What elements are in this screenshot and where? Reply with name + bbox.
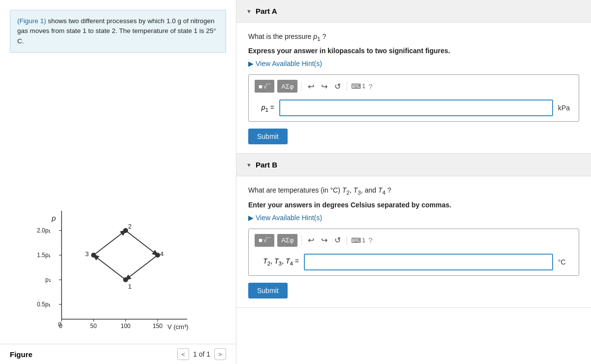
part-a-question: What is the pressure p1 ? [248, 32, 579, 43]
kbd-label-b: 1 [362, 237, 365, 244]
part-b-hint-label: View Available Hint(s) [256, 214, 322, 222]
part-a-header[interactable]: ▼ Part A [236, 0, 591, 23]
part-a-help-button[interactable]: ? [368, 82, 372, 91]
svg-text:4: 4 [160, 250, 164, 258]
part-b-symbols-button[interactable]: AΣφ [277, 234, 297, 247]
figure-link[interactable]: (Figure 1) [17, 17, 46, 25]
problem-text: shows two different processes by which 1… [17, 17, 216, 45]
part-b-toolbar: ■ √¯ AΣφ ↩ ↪ ↺ [255, 234, 573, 250]
svg-text:V (cm³): V (cm³) [167, 323, 189, 331]
sqrt-label: √¯ [263, 83, 270, 90]
svg-point-27 [91, 253, 96, 258]
part-a-content: What is the pressure p1 ? Express your a… [236, 23, 591, 153]
part-b-input-label: T2, T3, T4 = [255, 257, 299, 266]
svg-text:3: 3 [85, 250, 89, 258]
part-b-section: ▼ Part B What are temperatures (in °C) T… [236, 154, 591, 307]
part-a-refresh-button[interactable]: ↺ [332, 81, 343, 92]
svg-text:100: 100 [121, 323, 131, 330]
part-a-keyboard-button[interactable]: ⌨ 1 [351, 82, 365, 90]
part-b-hint-arrow-icon: ▶ [248, 214, 254, 222]
refresh-icon: ↺ [334, 82, 341, 91]
part-a-symbols-button[interactable]: AΣφ [277, 80, 297, 93]
sqrt-label-b: √¯ [263, 236, 270, 244]
svg-text:2: 2 [128, 223, 131, 230]
svg-text:0: 0 [59, 323, 63, 330]
svg-text:150: 150 [153, 323, 163, 330]
prev-figure-button[interactable]: < [177, 348, 189, 360]
part-a-input[interactable] [279, 99, 553, 116]
part-a-hint-link[interactable]: ▶ View Available Hint(s) [248, 60, 579, 67]
figure-label: Figure [10, 350, 33, 359]
part-b-sqrt-button[interactable]: ■ √¯ [255, 234, 274, 247]
part-a-unit: kPa [558, 104, 573, 112]
figure-nav: < 1 of 1 > [177, 348, 226, 360]
part-b-help-button[interactable]: ? [368, 236, 372, 244]
part-b-input[interactable] [304, 254, 553, 270]
part-b-answer-box: ■ √¯ AΣφ ↩ ↪ ↺ [248, 229, 579, 276]
part-a-toolbar: ■ √¯ AΣφ ↩ ↪ ↺ [255, 80, 573, 96]
svg-text:p: p [51, 214, 56, 222]
svg-point-28 [155, 253, 160, 258]
part-a-sqrt-button[interactable]: ■ √¯ [255, 80, 274, 93]
next-figure-button[interactable]: > [214, 348, 226, 360]
redo-icon: ↪ [321, 82, 328, 91]
part-a-section: ▼ Part A What is the pressure p1 ? Expre… [236, 0, 591, 154]
part-b-input-row: T2, T3, T4 = °C [255, 254, 573, 270]
part-b-question: What are temperatures (in °C) T2, T3, an… [248, 185, 579, 197]
keyboard-icon-b: ⌨ [351, 236, 361, 244]
part-a-instruction: Express your answer in kilopascals to tw… [248, 47, 579, 55]
toolbar-sep-2 [347, 81, 347, 91]
part-a-title: Part A [256, 7, 277, 15]
sqrt-icon-b: ■ [259, 236, 263, 244]
svg-line-24 [126, 231, 158, 255]
refresh-icon-b: ↺ [334, 235, 341, 245]
right-panel: ▼ Part A What is the pressure p1 ? Expre… [236, 0, 591, 364]
svg-point-29 [123, 277, 128, 282]
svg-line-22 [94, 255, 126, 280]
toolbar-sep-1 [301, 81, 302, 91]
problem-text-box: (Figure 1) shows two different processes… [10, 10, 226, 53]
part-a-undo-button[interactable]: ↩ [306, 81, 316, 92]
symbols-label: AΣφ [281, 83, 294, 90]
toolbar-sep-3 [301, 235, 302, 245]
figure-chart: p V (cm³) 2.0p₁ 1.5p₁ p₁ 0.5p₁ 0 [34, 206, 202, 339]
part-a-input-label: p1 = [255, 103, 274, 113]
part-b-unit: °C [558, 258, 573, 266]
svg-text:2.0p₁: 2.0p₁ [37, 227, 51, 234]
svg-line-23 [94, 231, 126, 255]
part-a-submit-button[interactable]: Submit [248, 129, 288, 144]
part-b-refresh-button[interactable]: ↺ [332, 234, 343, 246]
part-b-content: What are temperatures (in °C) T2, T3, an… [236, 176, 591, 307]
part-b-submit-button[interactable]: Submit [248, 283, 288, 298]
part-a-input-row: p1 = kPa [255, 99, 573, 116]
svg-text:1: 1 [128, 283, 131, 290]
svg-text:1.5p₁: 1.5p₁ [37, 252, 51, 259]
keyboard-icon: ⌨ [351, 82, 361, 90]
part-a-hint-label: View Available Hint(s) [256, 60, 322, 67]
part-b-redo-button[interactable]: ↪ [319, 234, 329, 246]
svg-line-25 [126, 255, 158, 280]
part-b-hint-link[interactable]: ▶ View Available Hint(s) [248, 214, 579, 222]
part-a-answer-box: ■ √¯ AΣφ ↩ ↪ ↺ [248, 74, 579, 122]
part-b-collapse-icon: ▼ [246, 162, 252, 168]
symbols-label-b: AΣφ [281, 236, 294, 244]
sqrt-icon: ■ [259, 83, 263, 90]
page-indicator: 1 of 1 [193, 350, 210, 358]
svg-text:p₁: p₁ [45, 276, 51, 283]
svg-point-26 [123, 228, 128, 233]
part-b-undo-button[interactable]: ↩ [306, 234, 316, 246]
undo-icon: ↩ [308, 82, 314, 91]
part-a-collapse-icon: ▼ [246, 8, 252, 14]
left-panel: (Figure 1) shows two different processes… [0, 0, 236, 364]
part-b-header[interactable]: ▼ Part B [236, 154, 591, 176]
kbd-label: 1 [362, 83, 365, 90]
part-b-keyboard-button[interactable]: ⌨ 1 [351, 236, 365, 244]
figure-area: p V (cm³) 2.0p₁ 1.5p₁ p₁ 0.5p₁ 0 [0, 63, 236, 344]
svg-text:0.5p₁: 0.5p₁ [37, 301, 51, 308]
part-a-redo-button[interactable]: ↪ [319, 81, 329, 92]
part-b-instruction: Enter your answers in degrees Celsius se… [248, 201, 579, 209]
svg-text:50: 50 [90, 323, 97, 330]
part-b-title: Part B [256, 161, 277, 169]
toolbar-sep-4 [347, 235, 347, 245]
undo-icon-b: ↩ [308, 235, 314, 245]
